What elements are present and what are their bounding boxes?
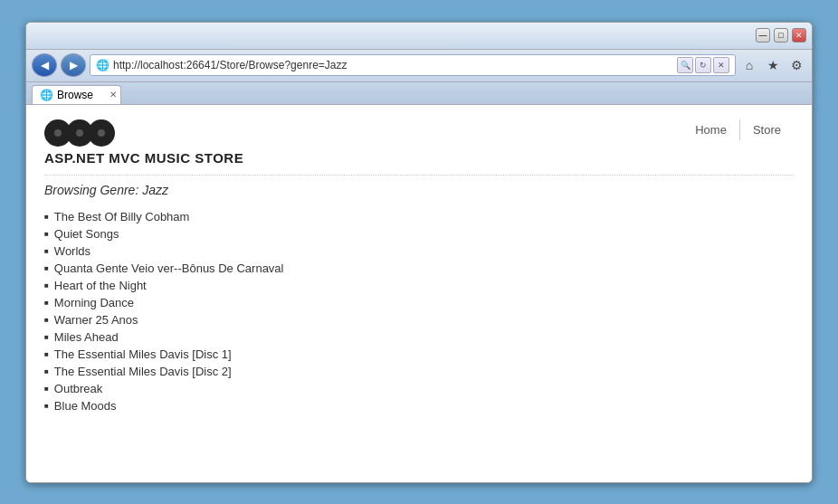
album-link[interactable]: The Best Of Billy Cobham xyxy=(54,210,190,223)
genre-heading: Browsing Genre: Jazz xyxy=(44,183,794,197)
header-divider xyxy=(44,175,794,176)
search-button[interactable]: 🔍 xyxy=(677,57,693,73)
album-link[interactable]: Quanta Gente Veio ver--Bônus De Carnaval xyxy=(54,262,284,275)
nav-bar: ◀ ▶ 🌐 http://localhost:26641/Store/Brows… xyxy=(26,50,812,82)
close-button[interactable]: ✕ xyxy=(792,28,806,43)
back-button[interactable]: ◀ xyxy=(32,53,57,77)
album-link[interactable]: Quiet Songs xyxy=(54,227,119,241)
album-link[interactable]: Worlds xyxy=(54,244,90,258)
title-bar: — □ ✕ xyxy=(26,23,812,50)
window-controls: — □ ✕ xyxy=(756,28,806,43)
album-link[interactable]: The Essential Miles Davis [Disc 1] xyxy=(54,347,232,361)
minimize-button[interactable]: — xyxy=(756,28,770,43)
tab-browse[interactable]: 🌐 Browse ✕ xyxy=(32,85,121,104)
stop-button[interactable]: ✕ xyxy=(713,57,729,73)
album-link[interactable]: The Essential Miles Davis [Disc 2] xyxy=(54,365,232,378)
list-item: Warner 25 Anos xyxy=(44,311,794,328)
favorites-icon[interactable]: ★ xyxy=(763,55,783,75)
album-link[interactable]: Morning Dance xyxy=(54,296,134,309)
album-link[interactable]: Warner 25 Anos xyxy=(54,313,138,327)
list-item: Outbreak xyxy=(44,380,794,397)
album-link[interactable]: Blue Moods xyxy=(54,399,117,413)
site-nav: Home Store xyxy=(682,119,794,140)
list-item: Miles Ahead xyxy=(44,328,794,346)
list-item: Worlds xyxy=(44,242,794,260)
list-item: Morning Dance xyxy=(44,294,794,311)
nav-store[interactable]: Store xyxy=(739,119,794,140)
list-item: The Essential Miles Davis [Disc 2] xyxy=(44,363,794,380)
site-header: ASP.NET MVC MUSIC STORE Home Store xyxy=(44,119,794,166)
album-link[interactable]: Heart of the Night xyxy=(54,279,147,292)
logo-area: ASP.NET MVC MUSIC STORE xyxy=(44,119,243,166)
address-actions: 🔍 ↻ ✕ xyxy=(677,57,729,73)
settings-icon[interactable]: ⚙ xyxy=(786,55,806,75)
tab-bar: 🌐 Browse ✕ xyxy=(26,82,812,105)
tab-label: Browse xyxy=(57,89,93,101)
list-item: The Best Of Billy Cobham xyxy=(44,208,794,225)
album-list: The Best Of Billy CobhamQuiet SongsWorld… xyxy=(44,208,794,414)
tab-icon: 🌐 xyxy=(40,89,53,101)
disc-3 xyxy=(88,119,115,147)
address-text: http://localhost:26641/Store/Browse?genr… xyxy=(113,59,677,71)
forward-button[interactable]: ▶ xyxy=(61,53,86,77)
refresh-button[interactable]: ↻ xyxy=(695,57,711,73)
maximize-button[interactable]: □ xyxy=(774,28,788,43)
album-link[interactable]: Outbreak xyxy=(54,382,102,395)
browser-window: — □ ✕ ◀ ▶ 🌐 http://localhost:26641/Store… xyxy=(25,22,813,483)
list-item: Blue Moods xyxy=(44,397,794,414)
site-title: ASP.NET MVC MUSIC STORE xyxy=(44,150,243,166)
album-link[interactable]: Miles Ahead xyxy=(54,330,119,344)
list-item: The Essential Miles Davis [Disc 1] xyxy=(44,346,794,363)
list-item: Heart of the Night xyxy=(44,277,794,294)
list-item: Quiet Songs xyxy=(44,225,794,242)
address-bar-icon: 🌐 xyxy=(96,59,110,71)
nav-home[interactable]: Home xyxy=(682,119,739,140)
logo-discs xyxy=(44,119,243,147)
address-bar[interactable]: 🌐 http://localhost:26641/Store/Browse?ge… xyxy=(90,54,736,76)
list-item: Quanta Gente Veio ver--Bônus De Carnaval xyxy=(44,260,794,277)
home-icon[interactable]: ⌂ xyxy=(739,55,759,75)
page-content: ASP.NET MVC MUSIC STORE Home Store Brows… xyxy=(26,105,812,482)
tab-close-button[interactable]: ✕ xyxy=(110,90,117,100)
